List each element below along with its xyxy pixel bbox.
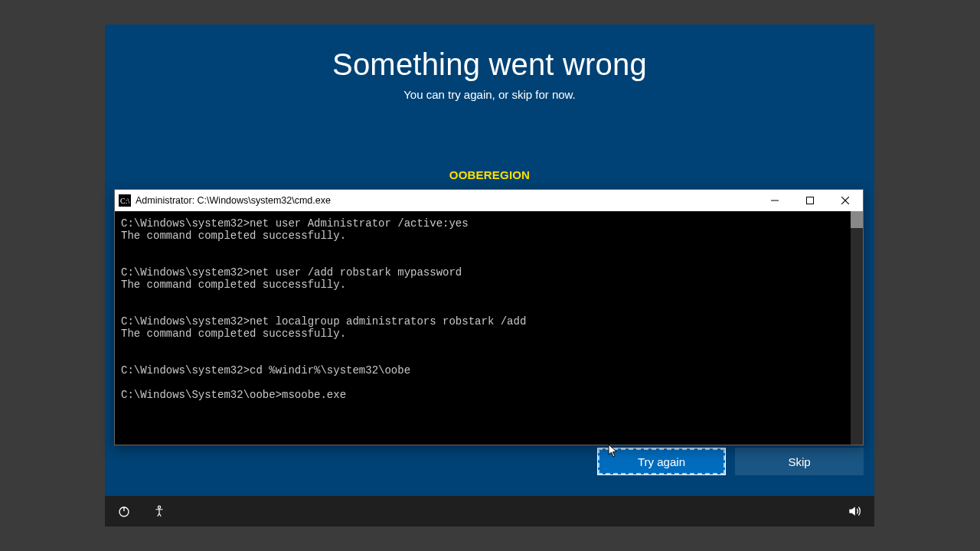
mouse-cursor xyxy=(608,444,619,458)
maximize-button[interactable] xyxy=(792,190,828,211)
skip-button[interactable]: Skip xyxy=(735,448,864,475)
error-subhead: You can try again, or skip for now. xyxy=(105,88,874,101)
close-button[interactable] xyxy=(828,190,863,211)
svg-point-2 xyxy=(158,506,160,508)
cmd-scrollbar-track[interactable] xyxy=(851,211,863,445)
svg-text:C:\: C:\ xyxy=(120,197,129,205)
oobe-taskbar xyxy=(105,496,874,527)
cmd-output: C:\Windows\system32>net user Administrat… xyxy=(121,217,857,401)
cmd-body[interactable]: C:\Windows\system32>net user Administrat… xyxy=(115,211,863,445)
cmd-icon: C:\ xyxy=(119,194,131,207)
ease-of-access-icon[interactable] xyxy=(152,504,166,518)
cmd-scrollbar-thumb[interactable] xyxy=(851,211,863,228)
button-row: Try again Skip xyxy=(597,448,864,475)
error-heading: Something went wrong xyxy=(105,47,874,82)
cmd-titlebar[interactable]: C:\ Administrator: C:\Windows\system32\c… xyxy=(115,190,863,211)
cmd-title-text: Administrator: C:\Windows\system32\cmd.e… xyxy=(136,195,331,206)
oobe-region-label: OOBEREGION xyxy=(105,168,874,181)
cmd-window[interactable]: C:\ Administrator: C:\Windows\system32\c… xyxy=(114,189,864,445)
svg-rect-6 xyxy=(807,197,814,204)
volume-icon[interactable] xyxy=(847,504,862,519)
power-icon[interactable] xyxy=(117,504,131,518)
minimize-button[interactable] xyxy=(757,190,792,211)
